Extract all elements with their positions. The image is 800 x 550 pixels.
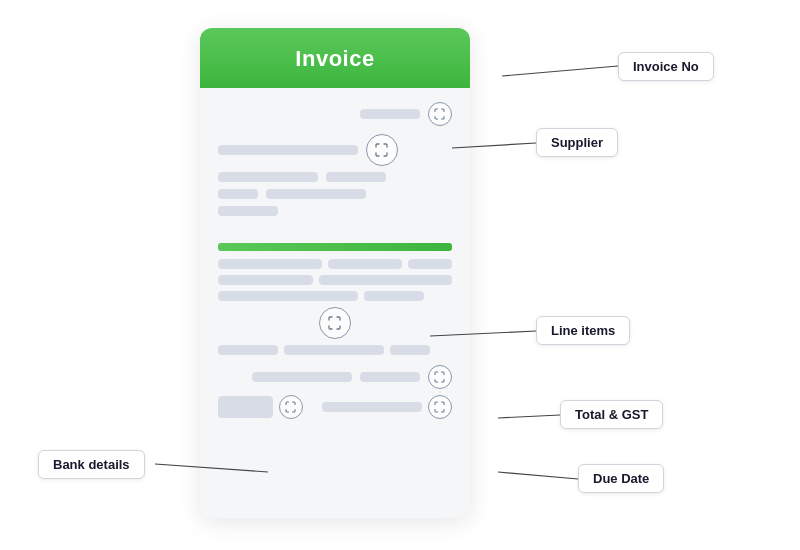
callout-invoice-no: Invoice No bbox=[618, 52, 714, 81]
due-date-group bbox=[322, 395, 452, 419]
invoice-body bbox=[200, 88, 470, 435]
skel-invoice-no-1 bbox=[360, 109, 420, 119]
invoice-no-region bbox=[218, 102, 452, 223]
callout-total-gst: Total & GST bbox=[560, 400, 663, 429]
line-items-scan-icon bbox=[319, 307, 351, 339]
invoice-header: Invoice bbox=[200, 28, 470, 88]
li-row-2 bbox=[218, 291, 452, 301]
li-header-row bbox=[218, 259, 452, 269]
callout-line-items: Line items bbox=[536, 316, 630, 345]
svg-line-0 bbox=[502, 66, 618, 76]
invoice-title: Invoice bbox=[295, 46, 374, 71]
invoice-no-scan-icon bbox=[428, 102, 452, 126]
total-scan-icon bbox=[428, 365, 452, 389]
callout-bank-details: Bank details bbox=[38, 450, 145, 479]
li-row-3 bbox=[218, 345, 452, 355]
due-date-scan-icon bbox=[428, 395, 452, 419]
total-row bbox=[218, 365, 452, 389]
supplier-row bbox=[218, 134, 452, 166]
bank-details-scan-icon bbox=[279, 395, 303, 419]
callout-supplier: Supplier bbox=[536, 128, 618, 157]
due-bank-row bbox=[218, 395, 452, 419]
skel-row-3 bbox=[218, 206, 452, 216]
bank-details-group bbox=[218, 395, 303, 419]
invoice-no-row bbox=[218, 102, 452, 126]
svg-line-5 bbox=[498, 472, 578, 479]
green-divider bbox=[218, 243, 452, 251]
line-items-region bbox=[218, 259, 452, 361]
skel-row-2 bbox=[218, 189, 452, 199]
li-row-1 bbox=[218, 275, 452, 285]
supplier-scan-icon bbox=[366, 134, 398, 166]
invoice-card: Invoice bbox=[200, 28, 470, 518]
callout-due-date: Due Date bbox=[578, 464, 664, 493]
total-region bbox=[218, 365, 452, 419]
svg-line-3 bbox=[498, 415, 560, 418]
scene: Invoice bbox=[0, 0, 800, 550]
skel-supplier-1 bbox=[218, 145, 358, 155]
line-items-scan-wrapper bbox=[218, 307, 452, 339]
skel-row-1 bbox=[218, 172, 452, 182]
